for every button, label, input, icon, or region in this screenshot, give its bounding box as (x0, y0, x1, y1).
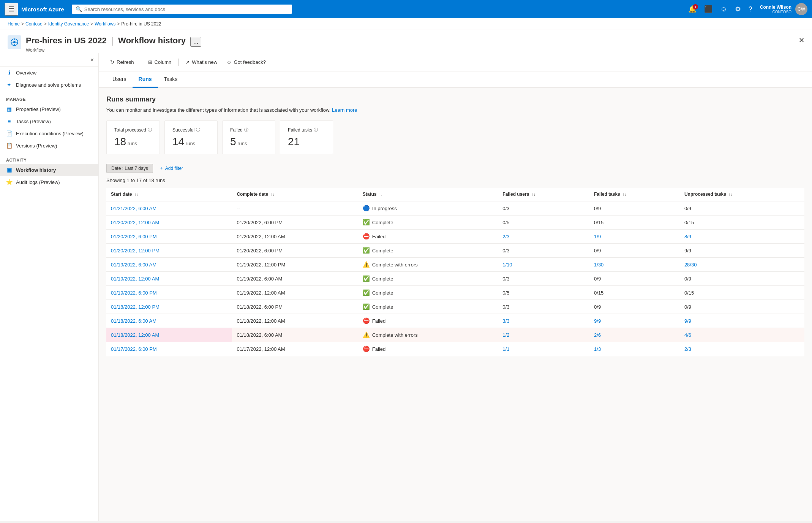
unprocessed-tasks-link[interactable]: 9/9 (684, 318, 691, 324)
unprocessed-tasks-link[interactable]: 28/30 (684, 262, 697, 268)
failed-tasks-link[interactable]: 2/6 (594, 332, 601, 338)
feedback-button[interactable]: ☺ Got feedback? (223, 57, 270, 67)
failed-tasks-link[interactable]: 9/9 (594, 318, 601, 324)
column-button[interactable]: ⊞ Column (144, 57, 175, 67)
user-avatar[interactable]: CW (795, 3, 807, 15)
cell-failed-users[interactable]: 1/10 (498, 258, 589, 272)
learn-more-link[interactable]: Learn more (332, 107, 357, 113)
info-icon-total[interactable]: ⓘ (148, 127, 152, 133)
col-unprocessed-tasks[interactable]: Unprocessed tasks ↑↓ (680, 188, 804, 201)
search-bar[interactable]: 🔍 (72, 5, 292, 14)
breadcrumb-contoso[interactable]: Contoso (25, 21, 43, 27)
info-icon-failed-tasks[interactable]: ⓘ (314, 127, 318, 133)
cell-failed-tasks[interactable]: 1/9 (589, 230, 680, 244)
cell-unprocessed-tasks[interactable]: 2/3 (680, 342, 804, 356)
cell-start-date[interactable]: 01/18/2022, 12:00 AM (106, 328, 232, 342)
cell-start-date[interactable]: 01/19/2022, 6:00 PM (106, 286, 232, 300)
cell-start-date[interactable]: 01/20/2022, 6:00 PM (106, 230, 232, 244)
cell-complete-date: 01/20/2022, 6:00 PM (232, 216, 358, 230)
close-button[interactable]: ✕ (799, 36, 804, 44)
start-date-link[interactable]: 01/20/2022, 12:00 PM (111, 248, 160, 254)
failed-users-link[interactable]: 1/10 (502, 262, 512, 268)
start-date-link[interactable]: 01/19/2022, 6:00 AM (111, 262, 156, 268)
whats-new-button[interactable]: ↗ What's new (182, 57, 221, 67)
unprocessed-tasks-link[interactable]: 2/3 (684, 346, 691, 352)
tab-tasks[interactable]: Tasks (158, 71, 184, 88)
refresh-button[interactable]: ↻ Refresh (106, 57, 138, 67)
help-icon[interactable]: ? (746, 4, 755, 15)
failed-users-link[interactable]: 2/3 (502, 234, 509, 239)
tab-users[interactable]: Users (106, 71, 133, 88)
hamburger-menu[interactable]: ☰ (5, 3, 18, 16)
failed-users-link[interactable]: 3/3 (502, 318, 509, 324)
sidebar-item-tasks[interactable]: ≡ Tasks (Preview) (0, 115, 98, 127)
cell-start-date[interactable]: 01/18/2022, 6:00 AM (106, 314, 232, 328)
failed-tasks-link[interactable]: 1/9 (594, 234, 601, 239)
settings-icon[interactable]: ⚙ (732, 3, 744, 15)
failed-users-link[interactable]: 1/1 (502, 346, 509, 352)
more-options-button[interactable]: ... (190, 37, 201, 47)
failed-tasks-link[interactable]: 1/3 (594, 346, 601, 352)
notifications-icon[interactable]: 🔔 1 (685, 3, 700, 15)
cell-unprocessed-tasks[interactable]: 4/6 (680, 328, 804, 342)
cell-unprocessed-tasks[interactable]: 8/9 (680, 230, 804, 244)
add-filter-button[interactable]: ＋ Add filter (156, 163, 186, 173)
search-input[interactable] (84, 6, 288, 12)
cell-start-date[interactable]: 01/20/2022, 12:00 PM (106, 244, 232, 258)
cell-failed-users[interactable]: 3/3 (498, 314, 589, 328)
sidebar-item-diagnose[interactable]: ✦ Diagnose and solve problems (0, 79, 98, 91)
cell-unprocessed-tasks[interactable]: 9/9 (680, 314, 804, 328)
unprocessed-tasks-link[interactable]: 4/6 (684, 332, 691, 338)
col-failed-tasks[interactable]: Failed tasks ↑↓ (589, 188, 680, 201)
cell-failed-tasks[interactable]: 9/9 (589, 314, 680, 328)
failed-users-link[interactable]: 1/2 (502, 332, 509, 338)
stat-cards: Total processed ⓘ 18 runs Successful ⓘ 1… (106, 120, 804, 154)
date-filter-tag[interactable]: Date : Last 7 days (106, 164, 153, 173)
start-date-link[interactable]: 01/20/2022, 6:00 PM (111, 234, 157, 239)
cell-unprocessed-tasks[interactable]: 28/30 (680, 258, 804, 272)
col-start-date[interactable]: Start date ↑↓ (106, 188, 232, 201)
start-date-link[interactable]: 01/18/2022, 6:00 AM (111, 318, 156, 324)
cell-start-date[interactable]: 01/21/2022, 6:00 AM (106, 201, 232, 216)
info-icon-failed[interactable]: ⓘ (244, 127, 248, 133)
cell-failed-users[interactable]: 2/3 (498, 230, 589, 244)
sidebar-item-audit-logs[interactable]: ⭐ Audit logs (Preview) (0, 176, 98, 188)
sidebar-item-versions[interactable]: 📋 Versions (Preview) (0, 139, 98, 152)
cell-failed-users[interactable]: 1/2 (498, 328, 589, 342)
info-icon-successful[interactable]: ⓘ (196, 127, 200, 133)
start-date-link[interactable]: 01/19/2022, 12:00 AM (111, 276, 159, 282)
unprocessed-tasks-link[interactable]: 8/9 (684, 234, 691, 239)
cloud-shell-icon[interactable]: ⬛ (701, 3, 716, 15)
breadcrumb-home[interactable]: Home (8, 21, 20, 27)
start-date-link[interactable]: 01/19/2022, 6:00 PM (111, 290, 157, 296)
cell-failed-users[interactable]: 1/1 (498, 342, 589, 356)
sidebar-item-execution[interactable]: 📄 Execution conditions (Preview) (0, 127, 98, 139)
sidebar-collapse-button[interactable]: « (90, 56, 94, 63)
cell-start-date[interactable]: 01/19/2022, 12:00 AM (106, 272, 232, 286)
start-date-link[interactable]: 01/20/2022, 12:00 AM (111, 220, 159, 225)
start-date-link[interactable]: 01/18/2022, 12:00 PM (111, 304, 160, 310)
sidebar-item-overview[interactable]: ℹ Overview (0, 67, 98, 79)
start-date-link[interactable]: 01/18/2022, 12:00 AM (111, 332, 159, 338)
breadcrumb-workflows[interactable]: Workflows (95, 21, 115, 27)
cell-start-date[interactable]: 01/18/2022, 12:00 PM (106, 300, 232, 314)
cell-failed-tasks[interactable]: 1/30 (589, 258, 680, 272)
col-failed-users[interactable]: Failed users ↑↓ (498, 188, 589, 201)
failed-tasks-link[interactable]: 1/30 (594, 262, 603, 268)
cell-failed-tasks[interactable]: 2/6 (589, 328, 680, 342)
cell-start-date[interactable]: 01/20/2022, 12:00 AM (106, 216, 232, 230)
table-header-row: Start date ↑↓ Complete date ↑↓ Status ↑↓ (106, 188, 804, 201)
tab-runs[interactable]: Runs (133, 71, 158, 88)
feedback-icon[interactable]: ☺ (717, 4, 730, 15)
sidebar-item-workflow-history[interactable]: ▣ Workflow history (0, 164, 98, 176)
cell-start-date[interactable]: 01/19/2022, 6:00 AM (106, 258, 232, 272)
cell-failed-tasks[interactable]: 1/3 (589, 342, 680, 356)
cell-failed-tasks: 0/15 (589, 286, 680, 300)
breadcrumb-identity-governance[interactable]: Identity Governance (48, 21, 89, 27)
col-status[interactable]: Status ↑↓ (358, 188, 498, 201)
col-complete-date[interactable]: Complete date ↑↓ (232, 188, 358, 201)
start-date-link[interactable]: 01/21/2022, 6:00 AM (111, 206, 156, 211)
cell-start-date[interactable]: 01/17/2022, 6:00 PM (106, 342, 232, 356)
start-date-link[interactable]: 01/17/2022, 6:00 PM (111, 346, 157, 352)
sidebar-item-properties[interactable]: ▦ Properties (Preview) (0, 103, 98, 115)
